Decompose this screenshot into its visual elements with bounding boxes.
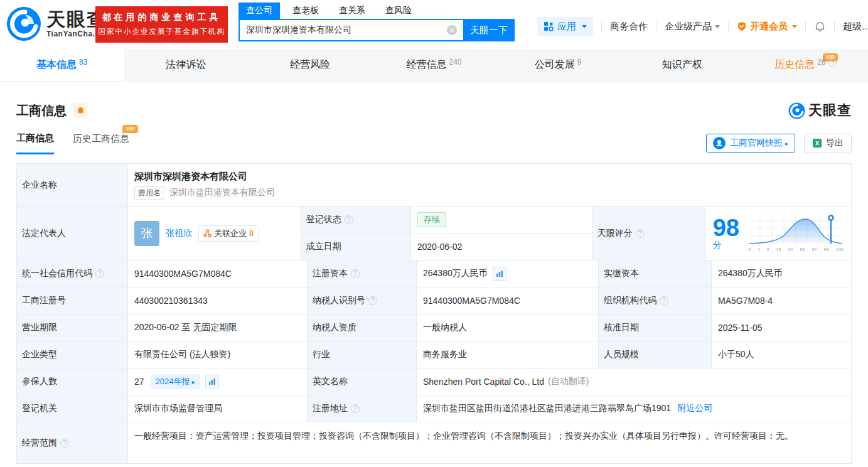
export-button[interactable]: 导出 bbox=[804, 134, 852, 153]
help-icon[interactable]: ? bbox=[660, 296, 668, 305]
search-tab-boss[interactable]: 查老板 bbox=[285, 3, 326, 19]
promo-line2: 国家中小企业发展子基金旗下机构 bbox=[98, 26, 225, 37]
legal-rep-name-link[interactable]: 张祖欣 bbox=[166, 228, 192, 239]
address-label: 注册地址 bbox=[313, 403, 348, 414]
tab-intellectual-property[interactable]: 知识产权 bbox=[620, 49, 744, 81]
chevron-down-icon bbox=[582, 25, 587, 28]
tab-label: 基本信息 bbox=[36, 58, 77, 72]
staff-size-value: 小于50人 bbox=[711, 341, 851, 368]
promo-banner: 都在用的商业查询工具 国家中小企业发展子基金旗下机构 bbox=[95, 6, 228, 43]
uscc-value: 91440300MA5G7M084C bbox=[127, 260, 307, 287]
reg-status-label: 登记状态 bbox=[306, 214, 341, 225]
divider bbox=[656, 21, 656, 31]
capital-chart-icon[interactable] bbox=[493, 267, 506, 281]
tab-label: 公司发展 bbox=[535, 58, 575, 72]
legal-rep-avatar[interactable]: 张 bbox=[134, 221, 159, 246]
help-icon[interactable]: ? bbox=[95, 269, 104, 278]
help-icon[interactable]: ? bbox=[345, 215, 353, 224]
scope-label: 经营范围 bbox=[22, 437, 57, 449]
scope-value: 一般经营项目：资产运营管理；投资项目管理；投资咨询（不含限制项目）；企业管理咨询… bbox=[127, 422, 851, 463]
search-button[interactable]: 天眼一下 bbox=[463, 19, 515, 41]
tab-legal-proceedings[interactable]: 法律诉讼 bbox=[124, 49, 249, 81]
chevron-down-icon bbox=[792, 25, 797, 28]
super-vip-menu[interactable]: 超级... bbox=[843, 21, 868, 33]
divider bbox=[601, 21, 602, 31]
search-tab-relation[interactable]: 查关系 bbox=[331, 3, 373, 19]
search-tab-risk[interactable]: 查风险 bbox=[378, 3, 419, 19]
subtab-history-registration[interactable]: VIP 历史工商信息 bbox=[73, 133, 129, 153]
annual-report-badge[interactable]: 2024年报 ▸ bbox=[151, 374, 200, 389]
business-cooperation-link[interactable]: 商务合作 bbox=[610, 21, 648, 33]
approval-date-label: 核准日期 bbox=[598, 314, 711, 341]
tab-history-info[interactable]: VIP 历史信息 28 ? bbox=[744, 49, 868, 81]
annual-report-label: 2024年报 bbox=[156, 376, 190, 387]
bell-icon bbox=[77, 107, 85, 115]
company-name-value: 深圳市深圳港资本有限公司 bbox=[134, 171, 247, 183]
enterprise-products-menu[interactable]: 企业级产品 bbox=[665, 21, 720, 33]
insured-chart-icon[interactable] bbox=[205, 375, 219, 389]
staff-size-label: 人员规模 bbox=[598, 341, 711, 368]
header-menu: 应用 商务合作 企业级产品 开通会员 超级... bbox=[537, 15, 868, 38]
taxpayer-id-label-cell: 纳税人识别号 ? bbox=[307, 287, 416, 314]
taxpayer-quality-value: 一般纳税人 bbox=[416, 314, 598, 341]
uscc-label-cell: 统一社会信用代码 ? bbox=[17, 260, 127, 287]
help-icon[interactable]: ? bbox=[351, 269, 360, 278]
term-label: 营业期限 bbox=[17, 314, 127, 341]
org-code-label-cell: 组织机构代码 ? bbox=[598, 287, 711, 314]
tab-label: 知识产权 bbox=[662, 58, 702, 72]
official-snapshot-button[interactable]: 工商官网快照 ▸ bbox=[706, 134, 795, 153]
paid-capital-value: 264380万人民币 bbox=[711, 260, 851, 287]
help-icon[interactable]: ? bbox=[368, 296, 377, 305]
apps-label: 应用 bbox=[557, 21, 576, 33]
score-label: 天眼评分 bbox=[597, 228, 633, 239]
taxpayer-quality-label: 纳税人资质 bbox=[307, 314, 416, 341]
search-tab-company[interactable]: 查公司 bbox=[238, 3, 280, 19]
tab-operational-risk[interactable]: 经营风险 bbox=[248, 49, 372, 81]
clear-search-icon[interactable]: ✕ bbox=[447, 25, 457, 35]
tab-count: 9 bbox=[577, 58, 582, 67]
notifications-button[interactable] bbox=[814, 21, 826, 33]
tab-company-development[interactable]: 公司发展 9 bbox=[496, 49, 620, 81]
business-info-table: 企业名称 深圳市深圳港资本有限公司 曾用名 深圳市盐田港资本有限公司 法定代表人… bbox=[16, 163, 852, 464]
score-unit: 分 bbox=[713, 240, 722, 250]
reg-no-label: 工商注册号 bbox=[17, 287, 127, 314]
nearby-companies-link[interactable]: 附近公司 bbox=[677, 403, 712, 414]
search-input[interactable] bbox=[238, 19, 463, 41]
subtab-label: 历史工商信息 bbox=[73, 133, 129, 144]
english-name-label: 英文名称 bbox=[307, 368, 416, 395]
legal-rep-label: 法定代表人 bbox=[17, 207, 127, 260]
tab-business-info[interactable]: 经营信息 240 bbox=[372, 49, 496, 81]
vip-label: 开通会员 bbox=[750, 21, 788, 33]
help-icon[interactable]: ? bbox=[828, 58, 837, 67]
address-value: 深圳市盐田区盐田街道沿港社区盐田港进港三路翡翠岛广场1901 bbox=[423, 403, 671, 414]
watermark-text: 天眼查 bbox=[808, 101, 852, 120]
reg-capital-label: 注册资本 bbox=[313, 268, 348, 279]
former-name-tag: 曾用名 bbox=[134, 186, 164, 200]
company-nav-tabs: 基本信息 83 法律诉讼 经营风险 经营信息 240 公司发展 9 知识产权 V… bbox=[0, 49, 868, 82]
help-icon[interactable]: ? bbox=[636, 229, 645, 238]
vip-membership-menu[interactable]: 开通会员 bbox=[737, 21, 797, 33]
related-companies-label: 关联企业 bbox=[214, 228, 247, 239]
apps-menu[interactable]: 应用 bbox=[537, 17, 593, 36]
tab-basic-info[interactable]: 基本信息 83 bbox=[0, 49, 124, 81]
help-icon[interactable]: ? bbox=[351, 404, 360, 413]
help-icon[interactable]: ? bbox=[60, 439, 69, 448]
tab-label: 经营风险 bbox=[290, 58, 330, 72]
related-companies-badge[interactable]: 关联企业 8 bbox=[198, 225, 259, 242]
apps-grid-icon bbox=[544, 21, 554, 31]
monitor-bell-button[interactable] bbox=[73, 103, 88, 118]
scope-label-cell: 经营范围 ? bbox=[17, 422, 127, 463]
registry-value: 深圳市市场监督管理局 bbox=[127, 395, 307, 422]
search-tabs: 查公司 查老板 查关系 查风险 bbox=[238, 3, 515, 19]
search-area: 查公司 查老板 查关系 查风险 ✕ 天眼一下 bbox=[238, 3, 515, 41]
related-companies-count: 8 bbox=[249, 228, 254, 238]
insured-value: 27 bbox=[134, 377, 144, 387]
tianyancha-logo-icon bbox=[6, 6, 41, 41]
tianyancha-logo-icon bbox=[788, 102, 805, 119]
org-code-label: 组织机构代码 bbox=[604, 295, 656, 306]
bell-icon bbox=[814, 21, 826, 33]
snapshot-label: 工商官网快照 bbox=[730, 137, 783, 149]
taxpayer-id-label: 纳税人识别号 bbox=[313, 295, 365, 306]
divider bbox=[805, 21, 806, 31]
subtab-business-registration[interactable]: 工商信息 bbox=[16, 132, 54, 154]
